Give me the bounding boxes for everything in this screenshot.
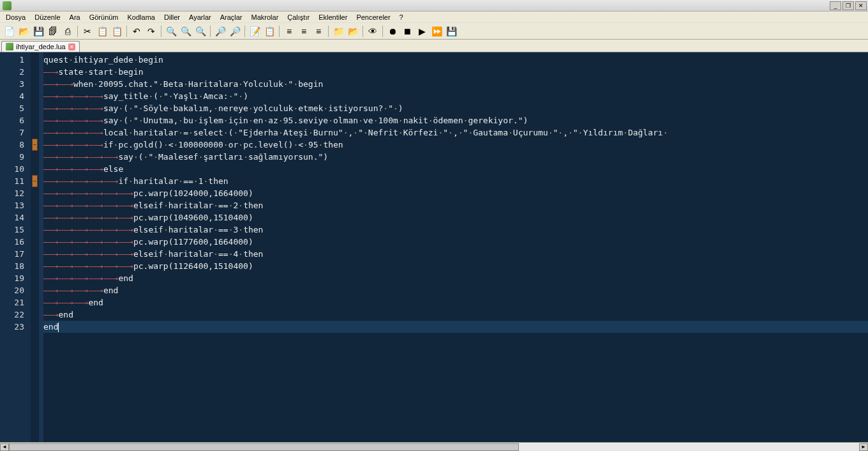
toolbar-button-36[interactable]: 💾 bbox=[445, 25, 458, 38]
close-button[interactable]: ✕ bbox=[855, 1, 867, 10]
code-line[interactable]: ——→——→——→——→——→if·haritalar·==·1·then bbox=[43, 175, 868, 187]
code-line[interactable]: ——→——→——→——→——→——→pc.warp(1049600,151040… bbox=[43, 211, 868, 224]
toolbar-button-24[interactable]: ≡ bbox=[297, 25, 310, 38]
code-line[interactable]: ——→——→——→——→——→——→pc.warp(1126400,151040… bbox=[43, 260, 868, 272]
code-line[interactable]: ——→——→——→——→——→end bbox=[43, 272, 868, 284]
menu-görünüm[interactable]: Görünüm bbox=[85, 13, 123, 22]
toolbar-button-8[interactable]: 📋 bbox=[110, 25, 123, 38]
fold-cell bbox=[31, 163, 39, 175]
scroll-track[interactable] bbox=[9, 443, 859, 451]
menu-eklentiler[interactable]: Eklentiler bbox=[314, 13, 352, 22]
horizontal-scrollbar[interactable]: ◄ ► bbox=[0, 442, 868, 451]
toolbar-button-4[interactable]: ⎙ bbox=[61, 25, 74, 38]
toolbar-button-0[interactable]: 📄 bbox=[3, 25, 15, 38]
toolbar-button-17[interactable]: 🔎 bbox=[214, 25, 227, 38]
code-line[interactable]: ——→——→——→——→——→——→elseif·haritalar·==·4·… bbox=[43, 248, 868, 260]
fold-toggle[interactable]: − bbox=[32, 175, 38, 187]
code-line[interactable]: ——→——→——→——→——→say·(·"·Maalesef·şartları… bbox=[43, 151, 868, 163]
menu-ara[interactable]: Ara bbox=[65, 13, 85, 22]
code-line[interactable]: ——→state·start·begin bbox=[43, 66, 868, 78]
menu-dosya[interactable]: Dosya bbox=[1, 13, 30, 22]
toolbar-separator bbox=[279, 26, 280, 37]
toolbar-button-30[interactable]: 👁 bbox=[366, 25, 379, 38]
scroll-right-button[interactable]: ► bbox=[859, 443, 868, 451]
menu-araçlar[interactable]: Araçlar bbox=[216, 13, 247, 22]
fold-cell bbox=[31, 236, 39, 248]
fold-column: −− bbox=[31, 52, 40, 442]
toolbar-button-34[interactable]: ▶ bbox=[415, 25, 428, 38]
toolbar-separator bbox=[126, 26, 127, 37]
code-line[interactable]: ——→——→——→——→——→——→elseif·haritalar·==·2·… bbox=[43, 199, 868, 211]
menu-kodlama[interactable]: Kodlama bbox=[123, 13, 160, 22]
toolbar-button-33[interactable]: ⏹ bbox=[401, 25, 414, 38]
code-line[interactable]: ——→——→——→——→else bbox=[43, 163, 868, 175]
code-line[interactable]: ——→——→——→——→——→——→pc.warp(1024000,166400… bbox=[43, 187, 868, 199]
line-number: 3 bbox=[0, 78, 24, 90]
menu-makrolar[interactable]: Makrolar bbox=[247, 13, 283, 22]
toolbar-button-3[interactable]: 🗐 bbox=[47, 25, 59, 38]
toolbar-button-35[interactable]: ⏩ bbox=[430, 25, 443, 38]
line-number: 12 bbox=[0, 187, 24, 199]
toolbar-button-28[interactable]: 📂 bbox=[347, 25, 359, 38]
fold-cell bbox=[31, 199, 39, 211]
toolbar-button-18[interactable]: 🔎 bbox=[228, 25, 241, 38]
line-number: 21 bbox=[0, 296, 24, 309]
toolbar-button-21[interactable]: 📋 bbox=[263, 25, 276, 38]
code-line[interactable]: end bbox=[43, 321, 868, 333]
code-line[interactable]: ——→——→——→——→——→——→elseif·haritalar·==·3·… bbox=[43, 224, 868, 236]
fold-cell bbox=[31, 260, 39, 272]
toolbar-button-20[interactable]: 📝 bbox=[248, 25, 261, 38]
line-number: 14 bbox=[0, 211, 24, 224]
toolbar-button-14[interactable]: 🔍 bbox=[179, 25, 192, 38]
titlebar: _ ❐ ✕ bbox=[0, 0, 868, 11]
file-tab[interactable]: ihtiyar_dede.lua ✕ bbox=[1, 41, 80, 52]
toolbar-button-15[interactable]: 🔍 bbox=[194, 25, 207, 38]
code-line[interactable]: ——→——→——→——→end bbox=[43, 284, 868, 296]
toolbar-button-32[interactable]: ⏺ bbox=[386, 25, 399, 38]
toolbar-button-6[interactable]: ✂ bbox=[81, 25, 94, 38]
menu-pencereler[interactable]: Pencereler bbox=[352, 13, 394, 22]
menu-diller[interactable]: Diller bbox=[160, 13, 184, 22]
file-icon bbox=[6, 43, 13, 50]
code-line[interactable]: quest·ihtiyar_dede·begin bbox=[43, 54, 868, 66]
editor[interactable]: 1234567891011121314151617181920212223 −−… bbox=[0, 52, 868, 442]
toolbar-button-23[interactable]: ≡ bbox=[283, 25, 296, 38]
scroll-thumb[interactable] bbox=[9, 443, 519, 451]
code-line[interactable]: ——→——→——→——→if·pc.gold()·<·100000000·or·… bbox=[43, 139, 868, 151]
code-line[interactable]: ——→——→when·20095.chat."·Beta·Haritalara·… bbox=[43, 78, 868, 90]
fold-cell bbox=[31, 321, 39, 333]
scroll-left-button[interactable]: ◄ bbox=[0, 443, 9, 451]
tabbar: ihtiyar_dede.lua ✕ bbox=[0, 40, 868, 52]
toolbar-button-27[interactable]: 📁 bbox=[332, 25, 345, 38]
fold-cell bbox=[31, 151, 39, 163]
toolbar-button-25[interactable]: ≡ bbox=[312, 25, 325, 38]
toolbar-button-2[interactable]: 💾 bbox=[32, 25, 45, 38]
menu-çalıştır[interactable]: Çalıştır bbox=[283, 13, 314, 22]
menu-düzenle[interactable]: Düzenle bbox=[30, 13, 64, 22]
menu-?[interactable]: ? bbox=[395, 13, 408, 22]
toolbar-button-11[interactable]: ↷ bbox=[145, 25, 158, 38]
code-line[interactable]: ——→——→——→——→say·(·"·Söyle·bakalım,·nerey… bbox=[43, 102, 868, 114]
minimize-button[interactable]: _ bbox=[830, 1, 841, 10]
code-area[interactable]: quest·ihtiyar_dede·begin——→state·start·b… bbox=[43, 52, 868, 442]
tab-close-button[interactable]: ✕ bbox=[68, 43, 75, 50]
fold-cell bbox=[31, 272, 39, 284]
code-line[interactable]: ——→——→——→——→say_title·(·"·Yaşlı·Amca:·"·… bbox=[43, 90, 868, 102]
toolbar-button-10[interactable]: ↶ bbox=[130, 25, 143, 38]
code-line[interactable]: ——→——→——→——→local·haritalar·=·select·(·"… bbox=[43, 126, 868, 139]
line-number: 6 bbox=[0, 114, 24, 126]
menu-ayarlar[interactable]: Ayarlar bbox=[184, 13, 216, 22]
code-line[interactable]: ——→——→——→——→say·(·"·Unutma,·bu·işlem·içi… bbox=[43, 114, 868, 126]
line-number-gutter: 1234567891011121314151617181920212223 bbox=[0, 52, 31, 442]
fold-cell bbox=[31, 211, 39, 224]
code-line[interactable]: ——→——→——→——→——→——→pc.warp(1177600,166400… bbox=[43, 236, 868, 248]
fold-toggle[interactable]: − bbox=[32, 139, 38, 151]
code-line[interactable]: ——→——→——→end bbox=[43, 296, 868, 309]
window-buttons: _ ❐ ✕ bbox=[830, 1, 868, 10]
toolbar-button-13[interactable]: 🔍 bbox=[165, 25, 177, 38]
toolbar-button-1[interactable]: 📂 bbox=[17, 25, 30, 38]
restore-button[interactable]: ❐ bbox=[842, 1, 854, 10]
toolbar-button-7[interactable]: 📋 bbox=[96, 25, 108, 38]
code-line[interactable]: ——→end bbox=[43, 309, 868, 321]
line-number: 16 bbox=[0, 236, 24, 248]
